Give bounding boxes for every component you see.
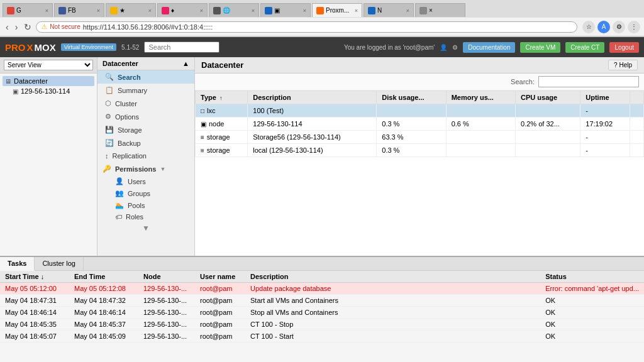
log-row[interactable]: May 04 18:45:35 May 04 18:45:37 129-56-1… — [0, 319, 644, 331]
cell-disk: 0.3 % — [377, 118, 446, 131]
log-row[interactable]: May 05 05:12:00 May 05 05:12:08 129-56-1… — [0, 283, 644, 295]
col-memory[interactable]: Memory us... — [446, 91, 515, 104]
logout-button[interactable]: Logout — [609, 42, 639, 53]
log-start-time: May 05 05:12:00 — [0, 283, 69, 295]
table-row[interactable]: ≡storage local (129-56-130-114) 0.3 % - — [196, 144, 644, 157]
col-end-time[interactable]: End Time — [69, 271, 138, 283]
nav-item-replication[interactable]: ↕ Replication — [97, 150, 194, 162]
reload-button[interactable]: ↻ — [22, 22, 33, 32]
tab-label: 🌐 — [223, 7, 230, 14]
nav-panel: Datacenter ▲ 🔍 Search 📋 Summary ⬡ Cluste… — [97, 57, 195, 256]
menu-icon[interactable]: ⋮ — [628, 21, 640, 33]
tab-5[interactable]: 🌐 × — [209, 3, 259, 17]
cell-disk — [377, 104, 446, 118]
col-cpu[interactable]: CPU usage — [516, 91, 580, 104]
tab-label: G — [16, 7, 21, 14]
documentation-button[interactable]: Documentation — [463, 42, 515, 53]
tab-close[interactable]: × — [355, 8, 358, 14]
col-uptime[interactable]: Uptime — [580, 91, 630, 104]
create-ct-button[interactable]: Create CT — [565, 42, 604, 53]
tab-fb[interactable]: FB × — [54, 3, 104, 17]
tab-favicon — [265, 7, 272, 14]
tab-close[interactable]: × — [148, 8, 152, 14]
col-start-time[interactable]: Start Time ↓ — [0, 271, 69, 283]
col-node[interactable]: Node — [138, 271, 195, 283]
tab-label: × — [429, 7, 433, 14]
col-type[interactable]: Type ↑ — [196, 91, 248, 104]
nav-storage-label: Storage — [118, 126, 142, 134]
browser-chrome: G × FB × ★ × ♦ × 🌐 × ▣ × — [0, 0, 644, 37]
tree-item-datacenter[interactable]: 🖥 Datacenter — [3, 76, 94, 86]
permissions-nav-icon: 🔑 — [103, 165, 111, 173]
cell-extra — [630, 118, 643, 131]
extensions-icon[interactable]: ⚙ — [613, 21, 625, 33]
nav-item-summary[interactable]: 📋 Summary — [97, 84, 194, 97]
cluster-nav-icon: ⬡ — [105, 99, 111, 107]
tab-n[interactable]: N × — [364, 3, 414, 17]
tab-google[interactable]: G × — [3, 3, 53, 17]
tab-favicon — [58, 7, 66, 14]
log-status: OK — [540, 331, 644, 343]
summary-nav-icon: 📋 — [105, 86, 114, 94]
tab-tasks[interactable]: Tasks — [0, 257, 35, 271]
table-row[interactable]: ≡storage Storage56 (129-56-130-114) 63.3… — [196, 131, 644, 144]
col-user[interactable]: User name — [195, 271, 245, 283]
log-header-row: Start Time ↓ End Time Node User name Des… — [0, 271, 644, 283]
tree-item-node[interactable]: ▣ 129-56-130-114 — [3, 86, 94, 96]
nav-item-users[interactable]: 👤 Users — [110, 175, 194, 187]
back-button[interactable]: ‹ — [4, 22, 11, 32]
cell-type: ≡storage — [196, 131, 248, 144]
pools-nav-icon: 🏊 — [115, 201, 124, 209]
groups-nav-icon: 👥 — [115, 189, 124, 197]
log-row[interactable]: May 04 18:46:14 May 04 18:46:14 129-56-1… — [0, 307, 644, 319]
nav-item-cluster[interactable]: ⬡ Cluster — [97, 97, 194, 110]
tab-3[interactable]: ★ × — [106, 3, 156, 17]
bookmark-icon[interactable]: ☆ — [582, 21, 595, 33]
tab-4[interactable]: ♦ × — [157, 3, 208, 17]
tab-close[interactable]: × — [97, 8, 100, 14]
tab-proxmox[interactable]: Proxm... × — [312, 3, 362, 17]
type-icon: ▣ — [201, 121, 206, 128]
nav-group-permissions[interactable]: 🔑 Permissions ▼ — [97, 162, 194, 175]
nav-item-search[interactable]: 🔍 Search — [97, 70, 194, 84]
col-disk[interactable]: Disk usage... — [377, 91, 446, 104]
nav-item-roles[interactable]: 🏷 Roles — [110, 211, 194, 222]
global-search-input[interactable] — [144, 41, 219, 53]
cell-memory — [446, 131, 515, 144]
tab-close[interactable]: × — [200, 8, 203, 14]
collapse-icon[interactable]: ▲ — [182, 60, 189, 67]
help-button[interactable]: ? Help — [608, 60, 638, 70]
nav-item-options[interactable]: ⚙ Options — [97, 110, 194, 123]
nav-item-pools[interactable]: 🏊 Pools — [110, 199, 194, 211]
tab-cluster-log[interactable]: Cluster log — [35, 257, 84, 270]
not-secure-label: Not secure — [50, 23, 80, 30]
content-search-input[interactable] — [538, 76, 639, 87]
nav-item-storage[interactable]: 💾 Storage — [97, 123, 194, 136]
address-bar[interactable]: ⚠ Not secure https://114.130.56.129:8006… — [36, 21, 577, 33]
tab-close[interactable]: × — [252, 8, 255, 14]
table-row[interactable]: □lxc 100 (Test) - — [196, 104, 644, 118]
view-selector[interactable]: Server View — [4, 60, 93, 70]
tab-close[interactable]: × — [303, 8, 306, 14]
tree-section: 🖥 Datacenter ▣ 129-56-130-114 — [0, 74, 97, 99]
nav-scroll-down[interactable]: ▼ — [97, 222, 194, 234]
log-table-body: May 05 05:12:00 May 05 05:12:08 129-56-1… — [0, 283, 644, 343]
roles-nav-icon: 🏷 — [115, 213, 122, 221]
col-status[interactable]: Status — [540, 271, 644, 283]
tab-6[interactable]: ▣ × — [260, 3, 311, 17]
log-user: root@pam — [195, 283, 245, 295]
nav-item-groups[interactable]: 👥 Groups — [110, 187, 194, 199]
profile-icon[interactable]: A — [597, 21, 610, 33]
tab-last[interactable]: × — [415, 3, 465, 17]
tab-close[interactable]: × — [406, 8, 409, 14]
nav-item-backup[interactable]: 🔄 Backup — [97, 136, 194, 150]
create-vm-button[interactable]: Create VM — [520, 42, 560, 53]
tab-close[interactable]: × — [45, 8, 48, 14]
cell-description: local (129-56-130-114) — [248, 144, 377, 157]
log-row[interactable]: May 04 18:45:07 May 04 18:45:09 129-56-1… — [0, 331, 644, 343]
col-description[interactable]: Description — [245, 271, 540, 283]
col-description[interactable]: Description — [248, 91, 377, 104]
table-row[interactable]: ▣node 129-56-130-114 0.3 % 0.6 % 0.2% of… — [196, 118, 644, 131]
forward-button[interactable]: › — [13, 22, 20, 32]
log-row[interactable]: May 04 18:47:31 May 04 18:47:32 129-56-1… — [0, 295, 644, 307]
